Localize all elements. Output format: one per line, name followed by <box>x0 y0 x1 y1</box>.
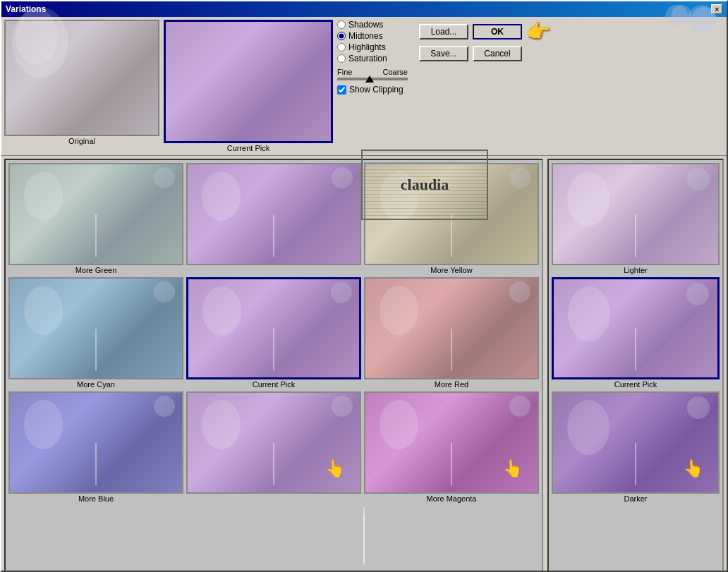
content-area: Original Current Pick <box>1 17 727 572</box>
current-pick-center-cell: Current Pick <box>186 277 361 389</box>
center-top-cell: - <box>186 163 361 274</box>
more-green-label: More Green <box>75 266 117 274</box>
ok-arrow-icon: 👉 <box>526 20 551 43</box>
lighter-cell: Lighter <box>552 163 720 274</box>
center-top-image[interactable] <box>186 163 361 265</box>
more-magenta-blank-cell: 👆 - <box>186 391 361 503</box>
highlights-radio[interactable] <box>337 43 346 51</box>
current-pick-image[interactable] <box>164 20 333 143</box>
more-red-cell: More Red <box>364 277 539 389</box>
more-magenta-label: More Magenta <box>427 494 477 503</box>
variations-left-grid: More Green - More Ye <box>4 159 543 572</box>
more-magenta-cell: 👆 More Magenta <box>364 391 539 503</box>
radio-group: Shadows Midtones Highlights Saturat <box>337 20 408 63</box>
main-window: Variations ✕ Original <box>0 0 728 572</box>
saturation-label: Saturation <box>348 54 387 63</box>
coarse-label: Coarse <box>383 68 408 76</box>
more-blue-cell: More Blue <box>8 391 183 503</box>
save-cancel-row: Save... Cancel <box>419 46 551 61</box>
save-button[interactable]: Save... <box>419 46 468 61</box>
more-green-image[interactable] <box>8 163 183 265</box>
radio-saturation[interactable]: Saturation <box>337 54 408 63</box>
right-current-pick-cell: Current Pick <box>552 277 720 389</box>
top-panel: Original Current Pick <box>1 17 727 156</box>
more-cyan-label: More Cyan <box>77 380 115 389</box>
midtones-label: Midtones <box>348 31 383 41</box>
more-magenta-blank-image[interactable]: 👆 <box>186 391 361 494</box>
titlebar: Variations ✕ <box>1 1 727 17</box>
original-label: Original <box>68 137 95 145</box>
show-clipping-label: Show Clipping <box>349 85 404 95</box>
more-blue-image[interactable] <box>8 391 183 494</box>
midtones-radio[interactable] <box>337 32 346 40</box>
slider-track[interactable] <box>337 78 408 80</box>
ok-button[interactable]: OK <box>473 24 522 39</box>
more-magenta-image[interactable]: 👆 <box>364 391 539 494</box>
more-cyan-cell: More Cyan <box>8 277 183 389</box>
show-clipping-checkbox[interactable] <box>337 85 346 95</box>
right-current-pick-label: Current Pick <box>614 380 657 389</box>
radio-highlights[interactable]: Highlights <box>337 42 408 52</box>
right-current-pick-image[interactable] <box>552 277 720 379</box>
lighter-image[interactable] <box>552 163 720 265</box>
more-yellow-label: More Yellow <box>430 266 472 274</box>
more-red-label: More Red <box>435 380 468 389</box>
cancel-button[interactable]: Cancel <box>473 46 522 61</box>
saturation-radio[interactable] <box>337 54 346 63</box>
buttons-column: Load... OK 👉 Save... Cancel <box>419 20 551 152</box>
hand-bottom-center-icon: 👆 <box>324 458 346 478</box>
current-pick-box: Current Pick <box>164 20 333 152</box>
highlights-label: Highlights <box>348 42 386 52</box>
radio-shadows[interactable]: Shadows <box>337 20 408 30</box>
watermark-text: claudia <box>401 176 449 194</box>
darker-label: Darker <box>624 494 647 503</box>
hand-bottom-right-icon: 👆 <box>502 458 523 478</box>
more-green-cell: More Green <box>8 163 183 274</box>
hand-darker-icon: 👆 <box>683 458 704 478</box>
slider-bar[interactable] <box>337 78 408 80</box>
fine-label: Fine <box>337 68 352 76</box>
shadows-radio[interactable] <box>337 20 346 29</box>
watermark-overlay: claudia <box>361 150 488 220</box>
more-red-image[interactable] <box>364 277 539 379</box>
variations-right-column: Lighter Current Pick 👆 <box>547 159 724 572</box>
more-cyan-image[interactable] <box>8 277 183 379</box>
darker-cell: 👆 Darker <box>552 391 720 503</box>
radio-midtones[interactable]: Midtones <box>337 31 408 41</box>
controls-panel: Shadows Midtones Highlights Saturat <box>337 20 724 152</box>
show-clipping-item[interactable]: Show Clipping <box>337 85 408 95</box>
darker-image[interactable]: 👆 <box>552 391 720 494</box>
shadows-label: Shadows <box>348 20 383 30</box>
slider-thumb <box>365 75 374 83</box>
load-button[interactable]: Load... <box>419 24 468 39</box>
lighter-label: Lighter <box>624 266 648 274</box>
more-blue-label: More Blue <box>78 494 114 503</box>
load-ok-row: Load... OK 👉 <box>419 20 551 43</box>
fine-coarse-slider-section: Fine Coarse <box>337 68 408 80</box>
current-pick-label: Current Pick <box>227 144 270 152</box>
current-pick-center-label: Current Pick <box>253 380 296 389</box>
current-pick-center-image[interactable] <box>186 277 361 379</box>
